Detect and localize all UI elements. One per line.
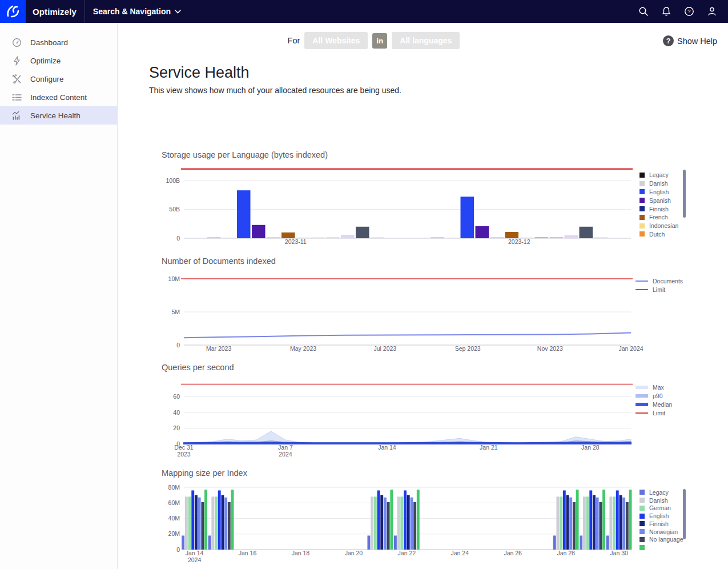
all-languages-button[interactable]: All languages <box>392 32 460 49</box>
legend-item[interactable]: Norwegian <box>639 528 683 536</box>
bar-German <box>188 496 191 550</box>
bar-English <box>461 197 474 238</box>
legend-swatch <box>636 394 648 398</box>
legend-item[interactable]: Documents <box>636 277 683 286</box>
show-help-button[interactable]: ? Show Help <box>663 35 717 46</box>
bar-Finnish <box>593 495 596 550</box>
sidebar-item-configure[interactable]: Configure <box>0 70 117 88</box>
legend-item[interactable] <box>639 543 683 551</box>
legend-item[interactable]: German <box>639 504 683 512</box>
legend-item[interactable]: French <box>639 213 678 222</box>
bar-unlabeled <box>576 490 579 550</box>
bar-Indonesian <box>296 238 310 238</box>
bar-No language <box>599 502 602 550</box>
legend-item[interactable]: Finnish <box>639 205 678 213</box>
in-badge: in <box>372 33 387 49</box>
bar-English <box>218 490 221 550</box>
x-tick-label: Jan 2024 <box>618 345 643 352</box>
bar-Legacy <box>431 238 445 238</box>
queries-chart-legend: Maxp90MedianLimit <box>636 383 672 417</box>
mapping-chart-legend: LegacyDanishGermanEnglishFinnishNorwegia… <box>639 488 683 551</box>
notifications-bell-icon[interactable] <box>661 6 672 17</box>
user-icon[interactable] <box>706 6 718 17</box>
legend-item[interactable]: English <box>639 188 678 197</box>
bar-unlabeled <box>629 490 632 550</box>
bar-English <box>589 490 592 550</box>
sidebar-item-optimize[interactable]: Optimize <box>0 51 117 70</box>
help-circle-icon: ? <box>663 35 674 46</box>
y-tick-label: 100B <box>166 177 180 184</box>
bar-unlabeled <box>231 490 234 550</box>
bar-Norwegian <box>384 498 387 550</box>
product-switcher[interactable]: Search & Navigation <box>93 7 181 16</box>
search-icon[interactable] <box>638 6 649 17</box>
legend-item[interactable]: Dutch <box>639 230 678 239</box>
x-tick-label-year: 2024 <box>188 556 202 563</box>
bar-German <box>374 496 377 550</box>
legend-label: Danish <box>649 497 668 504</box>
legend-label: French <box>649 214 668 221</box>
bar-English <box>616 490 619 550</box>
optimizely-logo[interactable] <box>0 0 26 23</box>
legend-item[interactable]: English <box>639 512 683 520</box>
all-websites-button[interactable]: All Websites <box>304 32 368 49</box>
product-name: Search & Navigation <box>93 7 171 16</box>
bar-English <box>191 490 194 550</box>
bar-Danish <box>583 496 586 550</box>
legend-item[interactable]: Danish <box>639 179 678 188</box>
queries-chart-plot[interactable]: 0204060Dec 312023Jan 72024Jan 14Jan 21Ja… <box>168 376 634 460</box>
bar-German <box>613 496 616 550</box>
x-tick-label-year: 2024 <box>279 451 292 458</box>
x-tick-label: Jan 18 <box>292 550 310 556</box>
legend-swatch <box>639 223 645 229</box>
legend-item[interactable]: Finnish <box>639 520 683 528</box>
mapping-chart-plot[interactable]: 020M40M60M80MJan 142024Jan 16Jan 18Jan 2… <box>168 480 634 569</box>
legend-label: p90 <box>653 392 663 399</box>
bar-Legacy <box>182 535 184 550</box>
y-tick-label: 40 <box>173 409 180 416</box>
legend-item[interactable]: Indonesian <box>639 222 678 230</box>
brand-name: Optimizely <box>33 7 77 17</box>
sidebar-item-indexed-content[interactable]: Indexed Content <box>0 88 117 106</box>
bar-unlabeled <box>594 238 608 238</box>
scope-bar: For All Websites in All languages <box>118 32 630 49</box>
legend-item[interactable]: Limit <box>636 408 672 417</box>
legend-item[interactable]: Spanish <box>639 196 678 205</box>
optimizely-logo-icon <box>6 4 21 19</box>
y-tick-label: 20M <box>168 530 180 537</box>
lightning-icon <box>12 56 22 66</box>
x-tick-label: Jan 30 <box>610 550 628 556</box>
bar-Danish <box>211 496 214 550</box>
bar-unlabeled <box>417 490 420 550</box>
sidebar-item-service-health[interactable]: Service Health <box>0 106 117 125</box>
bar-Legacy <box>367 535 370 550</box>
legend-item[interactable]: No language <box>639 536 683 544</box>
legend-item[interactable]: Legacy <box>639 488 683 496</box>
help-icon[interactable]: ? <box>683 6 695 17</box>
legend-label: Limit <box>653 286 665 293</box>
sidebar-item-dashboard[interactable]: Dashboard <box>0 33 117 51</box>
bar-Finnish <box>267 238 280 238</box>
legend-item[interactable]: Legacy <box>639 171 678 179</box>
storage-chart-plot[interactable]: 050B100B2023-112023-12 <box>168 165 634 250</box>
legend-item[interactable]: Danish <box>639 496 683 504</box>
bar-Finnish <box>380 495 383 550</box>
show-help-label: Show Help <box>677 37 717 46</box>
legend-item[interactable]: Limit <box>636 286 683 294</box>
bar-Legacy <box>207 238 221 238</box>
legend-item[interactable]: Median <box>636 400 672 409</box>
documents-chart-plot[interactable]: 05M10MMar 2023May 2023Jul 2023Sep 2023No… <box>168 269 634 355</box>
legend-swatch <box>639 181 645 186</box>
y-tick-label: 5M <box>171 308 180 315</box>
legend-label: Danish <box>649 180 668 187</box>
legend-swatch <box>639 537 645 542</box>
legend-scrollbar[interactable] <box>683 489 686 539</box>
y-tick-label: 50B <box>169 206 180 213</box>
legend-item[interactable]: Max <box>636 383 672 392</box>
bar-unlabeled <box>371 238 384 238</box>
bar-Legacy <box>606 535 609 550</box>
bar-No language <box>201 502 204 550</box>
legend-item[interactable]: p90 <box>636 392 672 400</box>
legend-scrollbar[interactable] <box>683 170 686 218</box>
legend-swatch <box>639 231 645 237</box>
